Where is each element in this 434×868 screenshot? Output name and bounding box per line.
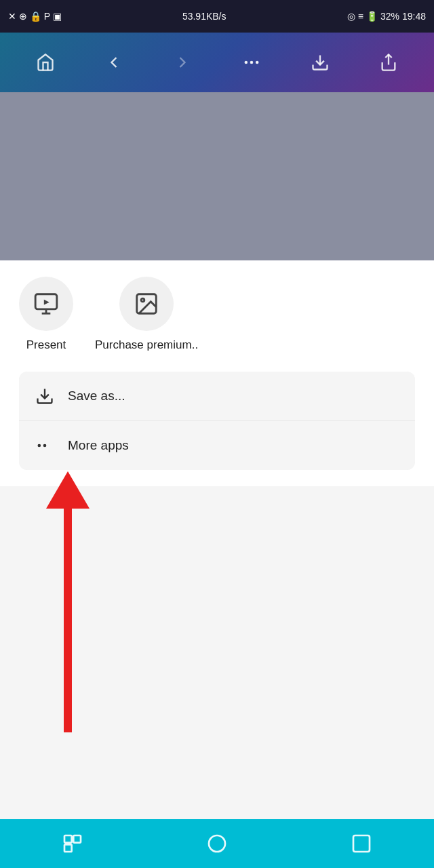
svg-rect-16 [64,835,72,843]
recent-apps-button[interactable] [54,825,92,863]
present-icon [33,291,59,317]
back-button[interactable] [98,46,130,79]
signal-bars: ≡ [358,11,363,22]
svg-rect-17 [73,835,81,843]
battery-icon: 🔋 [366,11,378,22]
web-content-area [0,92,434,260]
purchase-premium-item[interactable]: Purchase premium.. [95,277,198,353]
home-button[interactable] [29,46,62,79]
present-icon-circle [19,277,73,331]
svg-rect-20 [353,835,370,852]
forward-button[interactable] [166,46,199,79]
time: 19:48 [402,11,426,22]
download-button[interactable] [304,46,336,79]
purchase-icon [134,291,159,317]
back-nav-button[interactable] [342,825,380,863]
action-icons-row: Present Purchase premium.. [19,277,415,353]
svg-rect-18 [64,844,72,852]
more-apps-label: More apps [68,438,129,453]
svg-point-12 [38,444,41,448]
svg-point-0 [245,62,246,63]
more-apps-icon [35,436,54,455]
present-label: Present [26,338,66,353]
svg-point-1 [250,62,252,63]
svg-point-13 [43,444,47,448]
battery-level: 32% [380,11,399,22]
svg-point-19 [209,835,225,852]
purchase-icon-circle [119,277,174,331]
present-item[interactable]: Present [19,277,73,353]
bottom-nav-bar [0,819,434,868]
save-as-item[interactable]: Save as... [19,372,415,421]
svg-point-2 [256,62,258,63]
save-as-label: Save as... [68,389,125,403]
svg-marker-8 [44,300,50,305]
status-left: ✕ ⊕ 🔒 P ▣ [8,11,62,22]
svg-point-10 [141,298,144,302]
notification-icons: ✕ ⊕ 🔒 P ▣ [8,11,62,22]
signal-icon: ◎ [347,11,355,22]
save-as-icon [35,387,54,406]
menu-list: Save as... More apps [19,372,415,470]
purchase-label: Purchase premium.. [95,338,198,353]
network-speed: 53.91KB/s [182,11,226,22]
status-right: ◎ ≡ 🔋 32% 19:48 [347,11,426,22]
share-button[interactable] [372,46,405,79]
bottom-sheet: Present Purchase premium.. [0,260,434,486]
more-apps-item[interactable]: More apps [19,421,415,470]
more-button[interactable] [235,46,268,79]
home-nav-button[interactable] [198,825,236,863]
status-bar: ✕ ⊕ 🔒 P ▣ 53.91KB/s ◎ ≡ 🔋 32% 19:48 [0,0,434,33]
browser-nav-bar [0,33,434,92]
